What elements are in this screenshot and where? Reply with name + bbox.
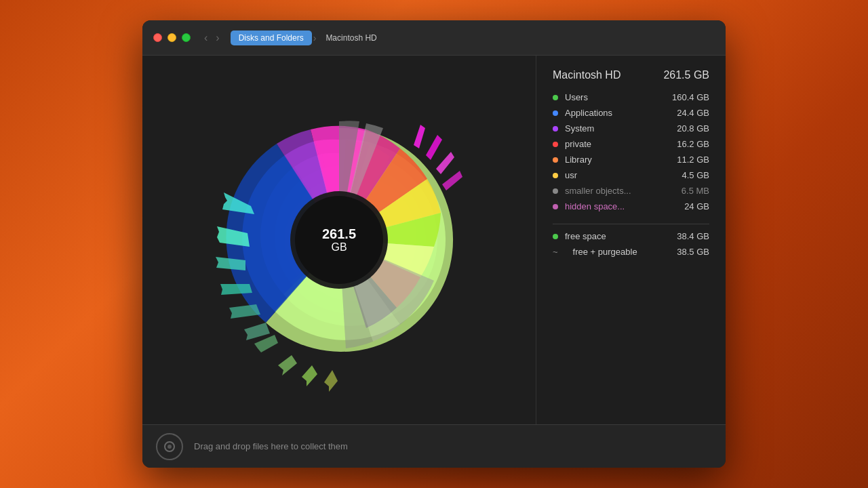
- legend-item-smaller[interactable]: smaller objects... 6.5 MB: [553, 186, 709, 196]
- breadcrumb-macintosh-hd[interactable]: Macintosh HD: [317, 30, 384, 45]
- drop-zone-label: Drag and drop files here to collect them: [194, 441, 348, 451]
- svg-point-4: [295, 196, 383, 284]
- legend-value-hidden: 24 GB: [669, 201, 709, 211]
- legend-dot-users: [553, 95, 558, 100]
- traffic-lights: [153, 33, 191, 42]
- legend-label-library: Library: [565, 155, 669, 165]
- legend-dot-hidden: [553, 204, 558, 209]
- legend-value-smaller: 6.5 MB: [669, 186, 709, 196]
- legend-value-usr: 4.5 GB: [669, 170, 709, 180]
- sunburst-container: 261.5 GB: [210, 77, 468, 403]
- titlebar: ‹ › Disks and Folders › Macintosh HD: [142, 20, 726, 56]
- legend-value-system: 20.8 GB: [669, 123, 709, 134]
- legend-label-smaller: smaller objects...: [565, 186, 669, 196]
- minimize-button[interactable]: [167, 33, 176, 42]
- breadcrumb-disks-and-folders[interactable]: Disks and Folders: [231, 30, 312, 45]
- legend-label-free-space: free space: [565, 231, 669, 241]
- disk-total: 261.5 GB: [663, 69, 709, 81]
- legend-item-private[interactable]: private 16.2 GB: [553, 139, 709, 149]
- legend-item-usr[interactable]: usr 4.5 GB: [553, 170, 709, 180]
- footer: Drag and drop files here to collect them: [142, 424, 726, 468]
- legend-value-free-purgeable: 38.5 GB: [669, 247, 709, 257]
- legend-dot-usr: [553, 173, 558, 178]
- breadcrumb-separator: ›: [313, 33, 317, 43]
- legend-value-library: 11.2 GB: [669, 155, 709, 165]
- disk-name: Macintosh HD: [553, 69, 620, 81]
- sunburst-chart: [210, 84, 468, 396]
- legend-label-applications: Applications: [565, 108, 669, 118]
- legend-item-hidden[interactable]: hidden space... 24 GB: [553, 201, 709, 211]
- sidebar-divider: [553, 224, 709, 224]
- legend-label-private: private: [565, 139, 669, 149]
- legend-value-free-space: 38.4 GB: [669, 231, 709, 241]
- legend-dot-library: [553, 157, 558, 163]
- drop-icon-svg: [163, 440, 176, 453]
- maximize-button[interactable]: [182, 33, 191, 42]
- chart-area: 261.5 GB: [142, 56, 536, 424]
- legend-value-applications: 24.4 GB: [669, 108, 709, 118]
- legend-dot-free-space: [553, 234, 558, 239]
- legend-value-users: 160.4 GB: [669, 92, 709, 102]
- legend-item-library[interactable]: Library 11.2 GB: [553, 155, 709, 165]
- legend-label-free-purgeable: free + purgeable: [561, 247, 669, 257]
- legend-dot-system: [553, 126, 558, 131]
- legend-item-system[interactable]: System 20.8 GB: [553, 123, 709, 134]
- drop-zone-icon: [156, 433, 183, 460]
- legend-item-free-purgeable[interactable]: ~ free + purgeable 38.5 GB: [553, 247, 709, 257]
- legend-dot-applications: [553, 110, 558, 116]
- forward-button[interactable]: ›: [213, 30, 222, 45]
- legend-prefix-purgeable: ~: [553, 247, 558, 257]
- legend-dot-smaller: [553, 188, 558, 194]
- legend-label-users: Users: [565, 92, 669, 102]
- legend-label-system: System: [565, 123, 669, 134]
- main-content: 261.5 GB Macintosh HD 261.5 GB Users 160…: [142, 56, 726, 424]
- sidebar-header: Macintosh HD 261.5 GB: [553, 69, 709, 81]
- legend-label-usr: usr: [565, 170, 669, 180]
- legend-item-free-space[interactable]: free space 38.4 GB: [553, 231, 709, 241]
- nav-arrows: ‹ ›: [201, 30, 222, 45]
- legend-item-users[interactable]: Users 160.4 GB: [553, 92, 709, 102]
- breadcrumb: Disks and Folders › Macintosh HD: [231, 30, 385, 45]
- legend-dot-private: [553, 142, 558, 147]
- svg-point-6: [167, 445, 172, 449]
- close-button[interactable]: [153, 33, 162, 42]
- legend-item-applications[interactable]: Applications 24.4 GB: [553, 108, 709, 118]
- app-window: ‹ › Disks and Folders › Macintosh HD: [142, 20, 726, 468]
- legend-value-private: 16.2 GB: [669, 139, 709, 149]
- back-button[interactable]: ‹: [201, 30, 210, 45]
- sidebar: Macintosh HD 261.5 GB Users 160.4 GB App…: [536, 56, 726, 424]
- legend-label-hidden: hidden space...: [565, 201, 669, 211]
